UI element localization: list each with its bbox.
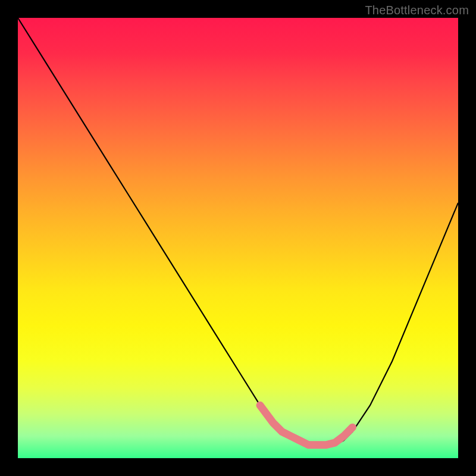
- watermark-label: TheBottleneck.com: [365, 4, 469, 17]
- highlight-band: [260, 405, 352, 445]
- chart-frame: TheBottleneck.com: [0, 0, 476, 476]
- chart-svg: [18, 18, 458, 458]
- plot-area: [18, 18, 458, 458]
- bottleneck-curve: [18, 18, 458, 447]
